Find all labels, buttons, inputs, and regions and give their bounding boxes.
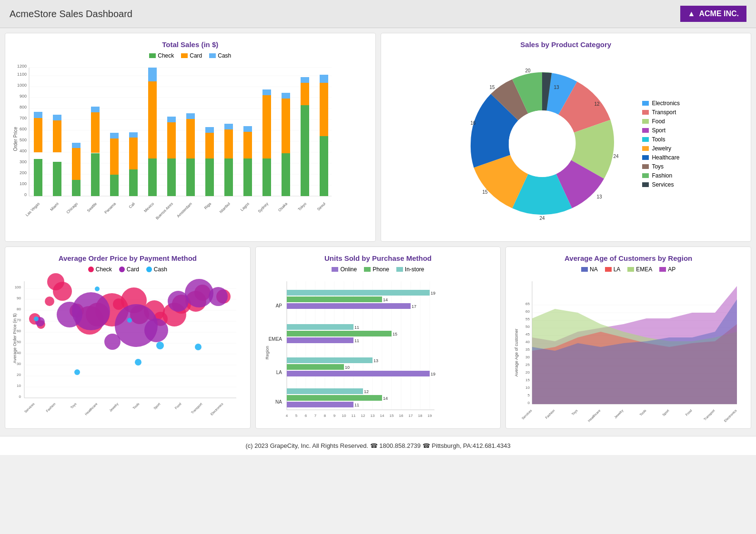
legend-electronics: Electronics [642, 100, 680, 107]
total-sales-chart: 0 100 200 300 400 500 600 700 800 900 10… [12, 63, 336, 225]
svg-text:11: 11 [354, 338, 359, 343]
svg-text:0: 0 [19, 395, 21, 399]
svg-point-163 [209, 287, 228, 306]
svg-rect-28 [34, 159, 42, 196]
svg-text:6: 6 [304, 414, 307, 418]
svg-text:Jewelry: Jewelry [614, 408, 625, 419]
svg-text:17: 17 [412, 304, 416, 309]
donut-chart: 13 12 24 13 24 15 16 [452, 53, 633, 234]
check-label: Check [158, 52, 174, 59]
svg-text:14: 14 [380, 414, 384, 418]
svg-text:Osaka: Osaka [277, 201, 288, 212]
avg-legend-na: NA [581, 266, 598, 273]
legend-cash: Cash [209, 52, 231, 59]
svg-text:5: 5 [528, 393, 530, 397]
svg-point-164 [34, 316, 39, 321]
svg-text:90: 90 [17, 296, 21, 300]
svg-text:7: 7 [314, 414, 316, 418]
svg-rect-77 [262, 95, 271, 158]
svg-text:15: 15 [525, 378, 530, 382]
svg-point-101 [509, 110, 575, 177]
logo: ▲ ACME INC. [680, 6, 746, 22]
svg-text:40: 40 [525, 340, 530, 344]
svg-rect-58 [167, 117, 176, 122]
svg-text:40: 40 [17, 351, 21, 355]
svg-text:Transport: Transport [191, 402, 203, 415]
svg-rect-54 [148, 68, 157, 81]
svg-rect-50 [129, 132, 138, 138]
svg-text:19: 19 [431, 291, 435, 296]
svg-rect-64 [205, 158, 214, 196]
svg-text:0: 0 [528, 401, 530, 405]
svg-rect-213 [287, 303, 411, 309]
svg-text:Seattle: Seattle [86, 201, 98, 213]
svg-text:19: 19 [431, 372, 435, 376]
svg-text:Chicago: Chicago [66, 201, 79, 215]
svg-text:1100: 1100 [17, 72, 27, 77]
svg-text:Miami: Miami [49, 201, 60, 212]
svg-rect-219 [287, 337, 353, 343]
svg-rect-49 [129, 138, 138, 169]
svg-rect-78 [262, 89, 271, 95]
svg-rect-48 [129, 169, 138, 196]
svg-rect-38 [72, 143, 81, 148]
avg-legend-ap: AP [659, 266, 675, 273]
units-sold-panel: Units Sold by Purchase Method Online Pho… [255, 247, 501, 429]
svg-text:Food: Food [174, 402, 181, 410]
svg-text:Services: Services [521, 408, 533, 420]
svg-text:60: 60 [525, 309, 530, 314]
svg-text:Toys: Toys [70, 402, 78, 409]
svg-rect-60 [186, 158, 195, 196]
svg-text:200: 200 [20, 170, 27, 175]
logo-text: ACME INC. [699, 10, 739, 18]
scatter-legend: Check Card Cash [12, 266, 243, 273]
avg-age-title: Average Age of Customers by Region [513, 254, 744, 262]
scatter-legend-card: Card [119, 266, 139, 273]
cash-color [209, 53, 216, 58]
svg-text:55: 55 [525, 317, 530, 321]
svg-text:20: 20 [17, 373, 21, 377]
svg-point-167 [127, 318, 132, 323]
svg-text:17: 17 [408, 414, 413, 418]
svg-text:Region: Region [265, 346, 270, 360]
svg-rect-36 [72, 180, 81, 196]
avg-legend-la: LA [605, 266, 621, 273]
svg-text:Tools: Tools [132, 402, 140, 410]
svg-text:24: 24 [614, 154, 619, 159]
cash-label: Cash [218, 52, 231, 59]
svg-point-170 [195, 344, 202, 350]
svg-text:100: 100 [20, 181, 27, 186]
svg-text:Average Age of customer: Average Age of customer [514, 329, 519, 377]
svg-text:Cali: Cali [128, 201, 136, 209]
svg-rect-30 [34, 112, 42, 118]
phone-icon-2: ☎ [423, 442, 432, 449]
svg-text:30: 30 [17, 362, 21, 366]
svg-text:10: 10 [345, 365, 350, 370]
svg-rect-32 [53, 162, 61, 196]
svg-rect-90 [320, 75, 328, 83]
svg-text:Seoul: Seoul [316, 201, 326, 211]
svg-text:80: 80 [17, 307, 21, 311]
svg-rect-37 [72, 148, 81, 180]
legend-food: Food [642, 118, 680, 125]
svg-text:Toys: Toys [571, 408, 579, 416]
svg-rect-53 [148, 81, 157, 158]
svg-text:10: 10 [525, 386, 530, 390]
svg-rect-65 [205, 133, 214, 158]
svg-rect-85 [301, 83, 309, 105]
footer: (c) 2023 GrapeCity, Inc. All Rights Rese… [0, 436, 756, 455]
svg-rect-69 [224, 129, 233, 158]
avg-age-chart: 0 5 10 15 20 25 30 35 40 45 50 55 60 65 … [513, 277, 742, 419]
scatter-legend-cash: Cash [146, 266, 167, 273]
legend-tools: Tools [642, 136, 680, 143]
svg-rect-88 [320, 136, 328, 196]
legend-sport: Sport [642, 127, 680, 134]
svg-rect-217 [287, 331, 392, 336]
legend-fashion: Fashion [642, 172, 680, 179]
svg-text:Panama: Panama [104, 201, 117, 215]
svg-text:Fashion: Fashion [544, 409, 555, 420]
card-label: Card [190, 52, 202, 59]
svg-rect-56 [167, 158, 176, 196]
svg-text:Fashion: Fashion [45, 402, 56, 413]
svg-rect-231 [287, 402, 353, 407]
